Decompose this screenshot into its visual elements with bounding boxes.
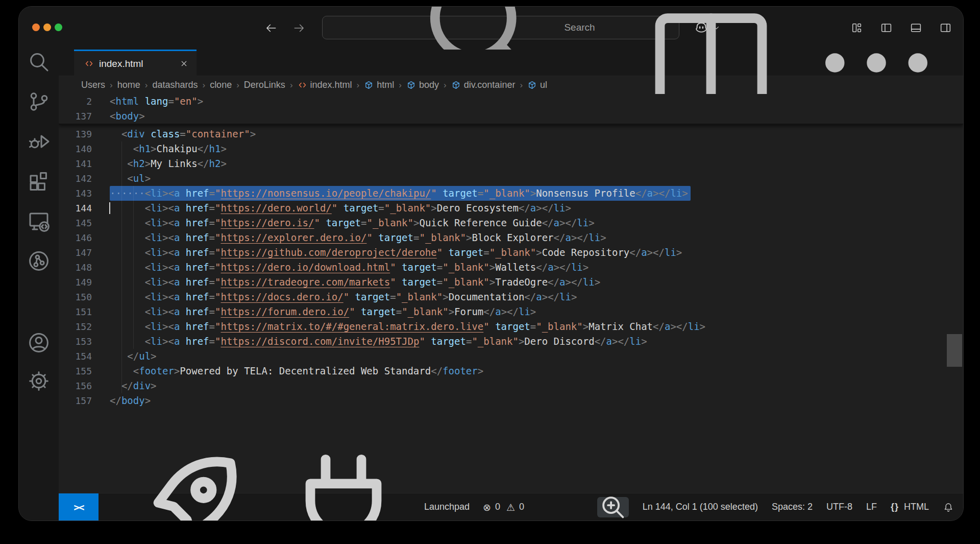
- code-line-139[interactable]: 139 <div class="container">: [59, 127, 963, 141]
- line-number[interactable]: 139: [59, 127, 92, 141]
- code-line-140[interactable]: 140 <h1>Chakipu</h1>: [59, 141, 963, 156]
- breadcrumb-item-html[interactable]: html: [364, 80, 394, 90]
- line-number[interactable]: 148: [59, 260, 92, 275]
- line-number[interactable]: 156: [59, 379, 92, 393]
- tab-bar: index.html: [59, 50, 963, 76]
- code-line-142[interactable]: 142 <ul>: [59, 171, 963, 186]
- code-line-152[interactable]: 152 <li><a href="https://matrix.to/#/#ge…: [59, 319, 963, 334]
- line-number[interactable]: 149: [59, 275, 92, 290]
- line-number[interactable]: 141: [59, 156, 92, 171]
- line-number[interactable]: 150: [59, 290, 92, 304]
- code-line-151[interactable]: 151 <li><a href="https://forum.dero.io/"…: [59, 304, 963, 319]
- zoom-status-button[interactable]: [597, 497, 629, 517]
- breadcrumb-item-datashards[interactable]: datashards: [152, 80, 198, 90]
- code-line-2[interactable]: 2<html lang="en">: [59, 94, 963, 109]
- code-lines[interactable]: 139 <div class="container">140 <h1>Chaki…: [59, 127, 963, 408]
- breadcrumb-separator: ›: [399, 80, 402, 90]
- line-number[interactable]: 145: [59, 216, 92, 230]
- launchpad-status-item[interactable]: Launchpad: [110, 431, 470, 522]
- activity-source-control-icon[interactable]: [27, 89, 51, 114]
- cube-icon: [364, 80, 374, 90]
- go-forward-button[interactable]: [292, 21, 306, 35]
- language-mode-status[interactable]: {} HTML: [891, 502, 929, 512]
- line-number[interactable]: 155: [59, 364, 92, 379]
- code-line-149[interactable]: 149 <li><a href="https://tradeogre.com/m…: [59, 275, 963, 290]
- plug-icon: [267, 431, 420, 522]
- zoom-window-button[interactable]: [55, 23, 62, 31]
- activity-bar: [19, 50, 59, 521]
- breadcrumb-item-body[interactable]: body: [406, 80, 439, 90]
- line-number[interactable]: 140: [59, 141, 92, 156]
- activity-network-graph-icon[interactable]: [27, 249, 51, 273]
- search-placeholder: Search: [564, 22, 595, 33]
- cube-icon: [406, 80, 416, 90]
- activity-run-debug-icon[interactable]: [27, 129, 51, 154]
- breadcrumb-item-div-container[interactable]: div.container: [451, 80, 516, 90]
- line-number[interactable]: 153: [59, 334, 92, 349]
- code-line-145[interactable]: 145 <li><a href="https://dero.is/" targe…: [59, 216, 963, 230]
- warning-icon: ⚠: [506, 502, 515, 513]
- line-number[interactable]: 142: [59, 171, 92, 186]
- editor-actions: [634, 50, 953, 76]
- notifications-bell-button[interactable]: [943, 502, 954, 513]
- breadcrumb-item-home[interactable]: home: [117, 80, 140, 90]
- code-line-150[interactable]: 150 <li><a href="https://docs.dero.io/" …: [59, 290, 963, 304]
- breadcrumb-separator: ›: [520, 80, 523, 90]
- code-line-157[interactable]: 157</body>: [59, 393, 963, 408]
- problems-status-item[interactable]: ⊗ 0 ⚠ 0: [483, 502, 524, 513]
- breadcrumb-separator: ›: [236, 80, 239, 90]
- remote-indicator[interactable]: ><: [59, 493, 99, 521]
- code-line-148[interactable]: 148 <li><a href="https://dero.io/downloa…: [59, 260, 963, 275]
- line-number[interactable]: 144: [59, 201, 92, 216]
- line-number[interactable]: 2: [59, 94, 92, 109]
- activity-remote-explorer-icon[interactable]: [27, 209, 51, 233]
- tab-index-html[interactable]: index.html: [74, 50, 197, 76]
- activity-extensions-icon[interactable]: [27, 169, 51, 194]
- code-line-143[interactable]: 143······<li><a href="https://nonsensus.…: [59, 186, 963, 201]
- breadcrumb-item-derolinks[interactable]: DeroLinks: [244, 80, 285, 90]
- breadcrumb-separator: ›: [290, 80, 293, 90]
- encoding-status[interactable]: UTF-8: [826, 502, 852, 512]
- launchpad-label: Launchpad: [424, 502, 470, 512]
- editor-scrollbar-thumb[interactable]: [947, 334, 962, 367]
- line-number[interactable]: 152: [59, 319, 92, 334]
- code-line-153[interactable]: 153 <li><a href="https://discord.com/inv…: [59, 334, 963, 349]
- line-number[interactable]: 137: [59, 109, 92, 124]
- go-back-button[interactable]: [264, 21, 278, 35]
- zoom-in-icon: [597, 491, 629, 522]
- indentation-status[interactable]: Spaces: 2: [772, 502, 813, 512]
- line-number[interactable]: 146: [59, 230, 92, 245]
- code-line-146[interactable]: 146 <li><a href="https://explorer.dero.i…: [59, 230, 963, 245]
- code-line-156[interactable]: 156 </div>: [59, 379, 963, 393]
- activity-search-icon[interactable]: [27, 50, 51, 74]
- code-line-144[interactable]: 144 <li><a href="https://dero.world/" ta…: [59, 201, 963, 216]
- line-number[interactable]: 147: [59, 245, 92, 260]
- close-tab-icon[interactable]: [180, 59, 188, 68]
- breadcrumb-item-clone[interactable]: clone: [210, 80, 232, 90]
- command-center-search[interactable]: Search: [322, 16, 679, 39]
- breadcrumb-item-ul[interactable]: ul: [527, 80, 547, 90]
- status-bar: >< Launchpad ⊗ 0 ⚠ 0: [59, 493, 963, 521]
- code-line-141[interactable]: 141 <h2>My Links</h2>: [59, 156, 963, 171]
- code-line-154[interactable]: 154 </ul>: [59, 349, 963, 364]
- workbench: index.html Users›home›datashards›clone›D…: [19, 50, 963, 521]
- activity-settings-gear-icon[interactable]: [27, 369, 51, 393]
- line-number[interactable]: 154: [59, 349, 92, 364]
- line-number[interactable]: 143: [59, 186, 92, 201]
- minimize-window-button[interactable]: [43, 23, 51, 31]
- code-line-137[interactable]: 137<body>: [59, 109, 963, 124]
- activity-account-icon[interactable]: [27, 330, 51, 355]
- code-line-147[interactable]: 147 <li><a href="https://github.com/dero…: [59, 245, 963, 260]
- breadcrumb-item-index-html[interactable]: index.html: [298, 80, 352, 90]
- desktop: Search index.html: [0, 0, 980, 544]
- cursor-position-status[interactable]: Ln 144, Col 1 (100 selected): [643, 502, 758, 512]
- sticky-scroll[interactable]: 2<html lang="en">137<body>: [59, 94, 963, 125]
- close-window-button[interactable]: [32, 23, 40, 31]
- cube-icon: [451, 80, 461, 90]
- eol-status[interactable]: LF: [866, 502, 877, 512]
- line-number[interactable]: 151: [59, 304, 92, 319]
- breadcrumb-item-users[interactable]: Users: [81, 80, 105, 90]
- line-number[interactable]: 157: [59, 393, 92, 408]
- code-line-155[interactable]: 155 <footer>Powered by TELA: Decentraliz…: [59, 364, 963, 379]
- error-count: 0: [495, 502, 500, 512]
